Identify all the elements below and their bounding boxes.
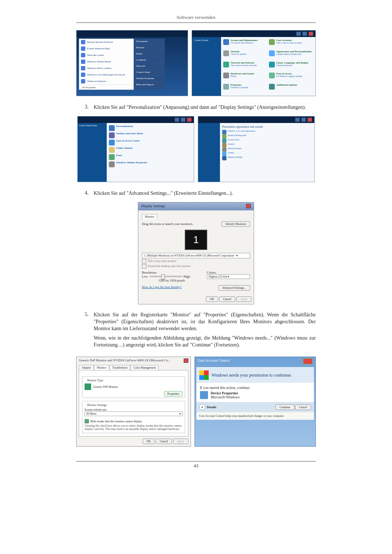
hardware-icon xyxy=(223,73,229,78)
tab-color[interactable]: Color Management xyxy=(130,365,159,370)
start-right-item[interactable]: Documents xyxy=(134,38,165,45)
pers-item[interactable]: Desktop Background xyxy=(222,134,312,139)
mouse-icon xyxy=(222,147,226,152)
folder-icon xyxy=(109,147,115,153)
ok-button[interactable]: OK xyxy=(206,296,218,302)
screensaver-icon xyxy=(222,139,226,143)
cancel-button[interactable]: Cancel xyxy=(295,405,311,410)
monitor-name: Generic PnP Monitor xyxy=(93,385,118,389)
refresh-select[interactable]: 60 Hertz xyxy=(86,412,97,415)
cancel-button[interactable]: Cancel xyxy=(219,296,235,302)
continue-button[interactable]: Continue xyxy=(275,405,294,410)
ap-item[interactable]: Fonts xyxy=(109,154,192,160)
monitor-type-label: Monitor Type xyxy=(86,379,104,382)
advanced-settings-button[interactable]: Advanced Settings... xyxy=(218,285,250,291)
cp-category[interactable]: Hardware and SoundPrinter xyxy=(223,73,268,82)
ap-item[interactable]: Personalization xyxy=(109,125,192,131)
start-item[interactable]: E-mail Windows Mail xyxy=(87,47,110,50)
start-right-item[interactable]: Music xyxy=(134,51,165,57)
apply-button[interactable]: Apply xyxy=(236,296,252,302)
dialog-title: Display Settings xyxy=(138,202,254,210)
cp-category[interactable]: Clock, Language, and RegionChange keyboa… xyxy=(269,62,313,71)
cp-category[interactable]: ProgramsUninstall a program xyxy=(223,84,268,94)
start-item[interactable]: Windows Explorer xyxy=(87,80,106,83)
system-icon xyxy=(223,39,229,45)
ap-item[interactable]: Folder Options xyxy=(109,147,192,153)
screenshot-control-panel: Control Panel System and MaintenanceGet … xyxy=(192,30,316,96)
device-name: Device Properties xyxy=(211,391,240,395)
cp-category[interactable]: Ease of AccessLet Windows suggest settin… xyxy=(269,73,313,82)
start-right-item[interactable]: Computer xyxy=(134,57,165,63)
pers-item[interactable]: Theme xyxy=(222,152,312,156)
close-icon[interactable] xyxy=(303,358,313,364)
start-item[interactable]: Welcome Center xyxy=(87,54,104,57)
figure-row-3: Generic PnP Monitor and NVIDIA GeForce 6… xyxy=(76,357,316,447)
close-icon[interactable] xyxy=(246,204,251,208)
pers-item[interactable]: Sounds xyxy=(222,143,312,147)
start-right-item[interactable]: Pictures xyxy=(134,45,165,51)
theme-icon xyxy=(222,152,226,156)
start-right-item[interactable]: Default Programs xyxy=(134,75,165,82)
identify-monitors-button[interactable]: Identify Monitors xyxy=(221,221,250,227)
hide-modes-label: Hide modes that this monitor cannot disp… xyxy=(90,420,142,423)
tab-adapter[interactable]: Adapter xyxy=(79,365,94,370)
props-title: Generic PnP Monitor and NVIDIA GeForce 6… xyxy=(79,358,171,364)
programs-icon xyxy=(223,84,229,90)
pers-heading: Personalize appearance and sounds xyxy=(222,125,312,128)
all-programs[interactable]: All Programs xyxy=(82,86,96,89)
cp-category[interactable]: System and MaintenanceGet started with W… xyxy=(223,39,268,49)
cancel-button[interactable]: Cancel xyxy=(156,439,172,444)
ap-item[interactable]: Taskbar and Start Menu xyxy=(109,132,192,138)
pers-item[interactable]: Display Settings xyxy=(222,156,312,160)
monitor-icon xyxy=(85,383,91,390)
checkbox-hide-modes[interactable] xyxy=(85,419,89,423)
start-right-item[interactable]: Control Panel xyxy=(134,69,165,75)
pers-item[interactable]: Mouse Pointers xyxy=(222,147,312,152)
monitor-selector[interactable]: 1. (Multiple Monitors) on NVIDIA GeForce… xyxy=(142,253,250,258)
checkbox-main[interactable] xyxy=(142,259,146,263)
fonts-icon xyxy=(109,154,115,160)
details-toggle[interactable]: Details xyxy=(207,405,217,409)
chevron-down-icon[interactable]: ▾ xyxy=(199,404,205,410)
colors-select[interactable]: Highest (32 bit) ▾ xyxy=(207,274,250,279)
cp-category[interactable]: Additional Options xyxy=(269,84,313,94)
close-icon[interactable] xyxy=(184,358,188,363)
low-label: Low xyxy=(142,275,148,278)
pers-item[interactable]: Screen Saver xyxy=(222,139,312,143)
tab-monitor[interactable]: Monitor xyxy=(94,365,109,370)
step-number-5: 5. xyxy=(76,312,94,352)
pers-item[interactable]: Window Color and Appearance xyxy=(222,130,312,134)
ease-icon xyxy=(109,140,115,145)
resolution-label: Resolution: xyxy=(142,271,201,274)
uac-headline: Windows needs your permission to contion… xyxy=(212,373,292,378)
chevron-down-icon[interactable]: ▾ xyxy=(179,412,181,415)
ap-item[interactable]: Ease of Access Center xyxy=(109,140,192,145)
running-head: Software verwenden xyxy=(76,15,316,20)
device-icon xyxy=(200,391,208,399)
hide-modes-desc: Clearing this check box allows you to se… xyxy=(85,424,183,431)
tab-troubleshoot[interactable]: Troubleshoot xyxy=(109,365,130,370)
start-right-item[interactable]: Help and Support xyxy=(134,82,165,88)
start-item[interactable]: Windows Live Messenger Download xyxy=(87,73,125,76)
start-item[interactable]: Internet Internet Explorer xyxy=(87,41,113,44)
tab-monitor[interactable]: Monitor xyxy=(142,214,157,219)
apply-button[interactable]: Apply xyxy=(173,439,188,444)
monitor-preview-icon[interactable]: 1 xyxy=(185,230,207,250)
properties-button[interactable]: Properties xyxy=(164,391,182,397)
display-icon xyxy=(222,156,226,160)
start-item[interactable]: Windows Media Player xyxy=(87,60,111,63)
page-number: 43 xyxy=(76,461,316,469)
cp-category[interactable]: User AccountsAdd or remove user accounts xyxy=(269,39,313,49)
resolution-slider[interactable] xyxy=(150,276,182,277)
cp-category[interactable]: Network and InternetView network status … xyxy=(223,62,268,71)
ok-button[interactable]: OK xyxy=(143,439,155,444)
checkbox-extend[interactable] xyxy=(142,264,146,268)
start-right-item[interactable]: Network xyxy=(134,63,165,69)
appearance-side: Control Panel Home xyxy=(78,123,107,182)
security-icon xyxy=(223,50,229,56)
start-item[interactable]: Windows Photo Gallery xyxy=(87,67,111,70)
cp-category[interactable]: Appearance and PersonalizationChange des… xyxy=(269,50,313,60)
help-link[interactable]: How do I get the best display? xyxy=(142,285,181,291)
ap-item[interactable]: Windows Sidebar Properties xyxy=(109,161,192,167)
cp-category[interactable]: SecurityCheck for updates xyxy=(223,50,268,60)
